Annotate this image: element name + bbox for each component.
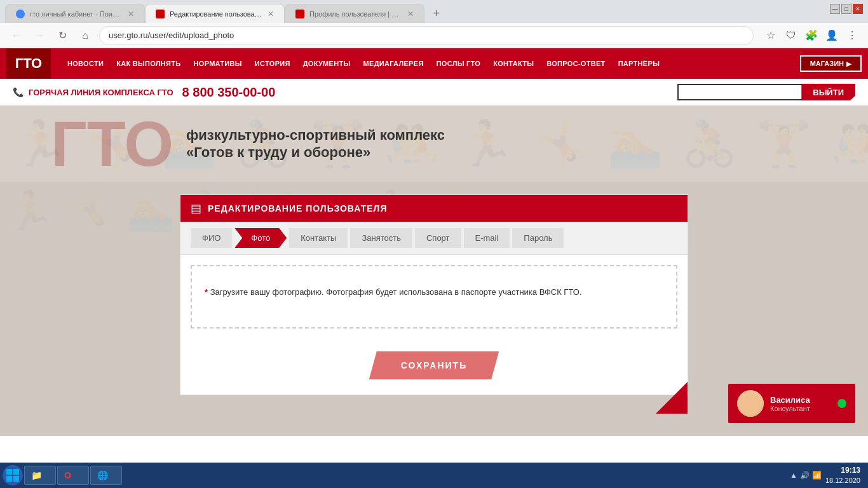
nav-kak-vypolnyat[interactable]: КАК ВЫПОЛНЯТЬ <box>110 60 187 67</box>
tab-close-2[interactable]: ✕ <box>268 10 274 18</box>
nav-shop-arrow-icon: ▶ <box>846 60 851 67</box>
taskbar-item-explorer[interactable]: 📁 <box>24 466 56 485</box>
minimize-button[interactable]: — <box>830 4 840 14</box>
edit-panel-title: РЕДАКТИРОВАНИЕ ПОЛЬЗОВАТЕЛЯ <box>208 203 387 214</box>
svg-rect-1 <box>13 469 19 475</box>
close-button[interactable]: ✕ <box>853 4 863 14</box>
site-navigation: ГТО НОВОСТИ КАК ВЫПОЛНЯТЬ НОРМАТИВЫ ИСТО… <box>0 48 868 79</box>
hotline-phone: 8 800 350-00-00 <box>182 85 276 100</box>
nav-shop-button[interactable]: МАГАЗИН ▶ <box>800 55 862 72</box>
tab-close-3[interactable]: ✕ <box>407 10 414 18</box>
tab-contacts[interactable]: Контакты <box>289 228 348 248</box>
volume-icon: 🔊 <box>800 471 810 480</box>
tab-title-3: Профиль пользователя | ВФСК ... <box>309 10 402 18</box>
windows-logo-icon <box>6 468 20 482</box>
shield-icon-button[interactable]: 🛡 <box>783 27 799 44</box>
upload-area[interactable]: * Загрузите вашу фотографию. Фотография … <box>191 265 677 329</box>
folder-icon: 📁 <box>31 470 42 480</box>
nav-mediagalereya[interactable]: МЕДИАГАЛЕРЕЯ <box>357 60 430 67</box>
taskbar-clock: 19:13 18.12.2020 <box>825 466 860 485</box>
back-button[interactable]: ← <box>8 27 25 44</box>
chat-role: Консультант <box>770 405 831 412</box>
tabs-bar: ФИО Фото Контакты Занятость Спорт E-mail… <box>180 222 688 255</box>
edit-panel: ▤ РЕДАКТИРОВАНИЕ ПОЛЬЗОВАТЕЛЯ ФИО Фото К… <box>180 194 688 395</box>
upload-text: * Загрузите вашу фотографию. Фотография … <box>205 285 663 299</box>
nav-posly-gto[interactable]: ПОСЛЫ ГТО <box>430 60 487 67</box>
chat-name: Василиса <box>770 395 831 405</box>
home-button[interactable]: ⌂ <box>76 27 94 44</box>
reload-button[interactable]: ↻ <box>53 27 71 44</box>
hotline-info: 📞 ГОРЯЧАЯ ЛИНИЯ КОМПЛЕКСА ГТО 8 800 350-… <box>13 85 275 100</box>
edit-panel-header: ▤ РЕДАКТИРОВАНИЕ ПОЛЬЗОВАТЕЛЯ <box>180 195 688 222</box>
edit-panel-icon: ▤ <box>191 201 201 215</box>
chat-avatar-face <box>737 390 764 417</box>
nav-normativy[interactable]: НОРМАТИВЫ <box>187 60 248 67</box>
nav-partnery[interactable]: ПАРТНЁРЫ <box>612 60 667 67</box>
address-bar[interactable] <box>99 26 754 45</box>
nav-dokumenty[interactable]: ДОКУМЕНТЫ <box>297 60 357 67</box>
site-logo[interactable]: ГТО <box>6 48 51 79</box>
forward-button[interactable]: → <box>31 27 48 44</box>
svg-rect-2 <box>6 476 12 482</box>
logout-button[interactable]: ВЫЙТИ <box>801 84 855 101</box>
taskbar-right: ▲ 🔊 📶 19:13 18.12.2020 <box>790 466 865 485</box>
menu-button[interactable]: ⋮ <box>844 27 860 44</box>
hero-banner: 🏃🤸🏊🚴🏋️🤼🏃🤸🏊🚴🏋️🤼 ГТО физкультурно-спортивн… <box>0 105 868 182</box>
search-input[interactable] <box>677 84 804 100</box>
tab-favicon-3 <box>295 10 304 18</box>
tab-password[interactable]: Пароль <box>512 228 564 248</box>
browser-controls: ← → ↻ ⌂ ☆ 🛡 🧩 👤 ⋮ <box>0 23 868 48</box>
chrome-icon: 🌐 <box>97 470 108 480</box>
extensions-button[interactable]: 🧩 <box>803 27 820 44</box>
network-icon: ▲ <box>790 471 797 480</box>
tab-favicon-2 <box>156 10 165 18</box>
hotline-label: ГОРЯЧАЯ ЛИНИЯ КОМПЛЕКСА ГТО <box>29 88 173 97</box>
tab-photo[interactable]: Фото <box>234 228 287 248</box>
nav-novosti[interactable]: НОВОСТИ <box>61 60 110 67</box>
phone-icon: 📞 <box>13 87 24 97</box>
svg-rect-0 <box>6 469 12 475</box>
hero-subtitle: «Готов к труду и обороне» <box>186 144 445 161</box>
taskbar-item-opera[interactable]: O <box>57 466 89 485</box>
signal-icon: 📶 <box>812 471 822 480</box>
browser-tab-1[interactable]: гто личный кабинет - Поиск в ... ✕ <box>5 4 145 23</box>
chat-info: Василиса Консультант <box>770 395 831 412</box>
start-button[interactable] <box>3 465 23 485</box>
tab-title-2: Редактирование пользователя ... <box>170 10 262 18</box>
profile-button[interactable]: 👤 <box>824 27 840 44</box>
hero-gto-logo: ГТО <box>51 112 173 175</box>
new-tab-button[interactable]: + <box>427 4 446 23</box>
search-area <box>677 84 804 100</box>
tab-fio[interactable]: ФИО <box>191 228 232 248</box>
nav-kontakty[interactable]: КОНТАКТЫ <box>487 60 540 67</box>
hero-text-block: физкультурно-спортивный комплекс «Готов … <box>186 126 445 161</box>
save-area: СОХРАНИТЬ <box>180 339 688 395</box>
tab-sport[interactable]: Спорт <box>415 228 461 248</box>
logo-text: ГТО <box>15 55 42 72</box>
browser-tab-2[interactable]: Редактирование пользователя ... ✕ <box>145 4 285 23</box>
hero-title: физкультурно-спортивный комплекс <box>186 126 445 145</box>
tab-employment[interactable]: Занятость <box>350 228 412 248</box>
taskbar-system-icons: ▲ 🔊 📶 <box>790 471 822 480</box>
tab-close-1[interactable]: ✕ <box>128 10 134 18</box>
bookmark-star-button[interactable]: ☆ <box>763 27 779 44</box>
save-button[interactable]: СОХРАНИТЬ <box>369 351 499 379</box>
tab-title-1: гто личный кабинет - Поиск в ... <box>30 10 123 18</box>
tab-favicon-1 <box>16 10 25 18</box>
chat-online-indicator <box>837 399 846 408</box>
nav-items: НОВОСТИ КАК ВЫПОЛНЯТЬ НОРМАТИВЫ ИСТОРИЯ … <box>61 60 800 67</box>
chat-avatar <box>737 390 764 417</box>
taskbar-item-chrome[interactable]: 🌐 <box>90 466 122 485</box>
maximize-button[interactable]: □ <box>841 4 851 14</box>
hotline-bar: 📞 ГОРЯЧАЯ ЛИНИЯ КОМПЛЕКСА ГТО 8 800 350-… <box>0 79 868 105</box>
tab-email[interactable]: E-mail <box>464 228 510 248</box>
browser-tab-3[interactable]: Профиль пользователя | ВФСК ... ✕ <box>285 4 424 23</box>
window-controls: — □ ✕ <box>830 4 863 14</box>
chat-widget[interactable]: Василиса Консультант <box>728 384 855 423</box>
svg-rect-3 <box>13 476 19 482</box>
browser-actions: ☆ 🛡 🧩 👤 ⋮ <box>763 27 860 44</box>
nav-istoriya[interactable]: ИСТОРИЯ <box>248 60 297 67</box>
hero-logo-large: ГТО <box>51 112 173 175</box>
taskbar-date-value: 18.12.2020 <box>825 476 860 485</box>
nav-vopros-otvet[interactable]: ВОПРОС-ОТВЕТ <box>540 60 611 67</box>
